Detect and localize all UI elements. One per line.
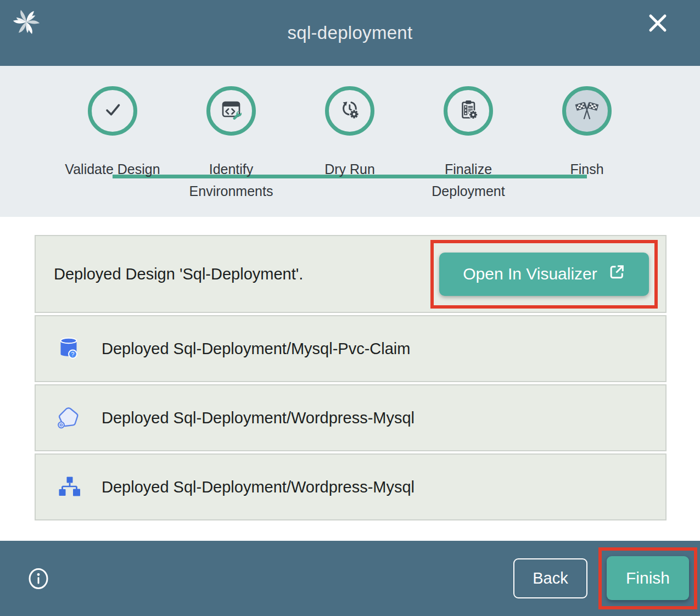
open-in-visualizer-label: Open In Visualizer (463, 265, 597, 283)
step-circle-finish[interactable] (562, 86, 612, 136)
pentagon-component-icon (55, 405, 82, 431)
database-icon: ? (55, 335, 82, 362)
code-config-icon (219, 98, 243, 124)
svg-text:?: ? (71, 351, 75, 357)
deployment-row-text: Deployed Sql-Deployment/Mysql-Pvc-Claim (102, 340, 410, 358)
step-circle-finalize-deployment[interactable] (444, 86, 493, 136)
step-circle-dry-run[interactable] (325, 86, 374, 136)
step-dry-run: Dry Run (290, 66, 409, 202)
check-icon (100, 98, 125, 124)
step-label: Validate Design (65, 159, 160, 181)
step-finish: Finsh (528, 66, 646, 202)
step-validate-design: Validate Design (53, 66, 172, 202)
close-icon[interactable] (647, 12, 669, 34)
meshery-logo-icon (13, 9, 40, 35)
design-status-row: Deployed Design 'Sql-Deployment'. Open I… (35, 235, 667, 313)
deployment-row-text: Deployed Sql-Deployment/Wordpress-Mysql (102, 409, 415, 427)
external-link-icon (608, 264, 625, 284)
deployment-row-wordpress-mysql-2: Deployed Sql-Deployment/Wordpress-Mysql (35, 453, 667, 520)
step-label: Finsh (570, 159, 603, 181)
step-label: Identify Environments (183, 159, 279, 202)
deployment-row-mysql-pvc-claim: ? Deployed Sql-Deployment/Mysql-Pvc-Clai… (35, 315, 667, 382)
finish-button[interactable]: Finish (607, 556, 689, 600)
back-button[interactable]: Back (513, 558, 587, 598)
step-finalize-deployment: Finalize Deployment (409, 66, 528, 202)
annotation-highlight-finish: Finish (598, 547, 697, 609)
step-circle-validate-design[interactable] (88, 86, 137, 136)
deployment-row-text: Deployed Sql-Deployment/Wordpress-Mysql (102, 478, 415, 496)
annotation-highlight-visualizer: Open In Visualizer (430, 240, 658, 309)
hierarchy-icon (55, 474, 82, 500)
step-identify-environments: Identify Environments (172, 66, 290, 202)
modal-footer: Back Finish (0, 541, 700, 616)
dry-run-icon (338, 98, 362, 124)
step-label: Dry Run (324, 159, 375, 181)
modal-title: sql-deployment (288, 23, 413, 43)
step-circle-identify-environments[interactable] (206, 86, 256, 136)
deployment-row-wordpress-mysql-1: Deployed Sql-Deployment/Wordpress-Mysql (35, 384, 667, 451)
design-status-text: Deployed Design 'Sql-Deployment'. (54, 265, 303, 283)
finish-flags-icon (575, 98, 599, 124)
modal-header: sql-deployment (0, 0, 700, 66)
deployment-results: Deployed Design 'Sql-Deployment'. Open I… (0, 217, 700, 541)
step-label: Finalize Deployment (421, 159, 517, 202)
info-icon[interactable] (27, 567, 49, 590)
deployment-stepper: Validate Design Identify Environments (0, 66, 700, 217)
open-in-visualizer-button[interactable]: Open In Visualizer (439, 253, 649, 296)
clipboard-gear-icon (456, 98, 480, 124)
